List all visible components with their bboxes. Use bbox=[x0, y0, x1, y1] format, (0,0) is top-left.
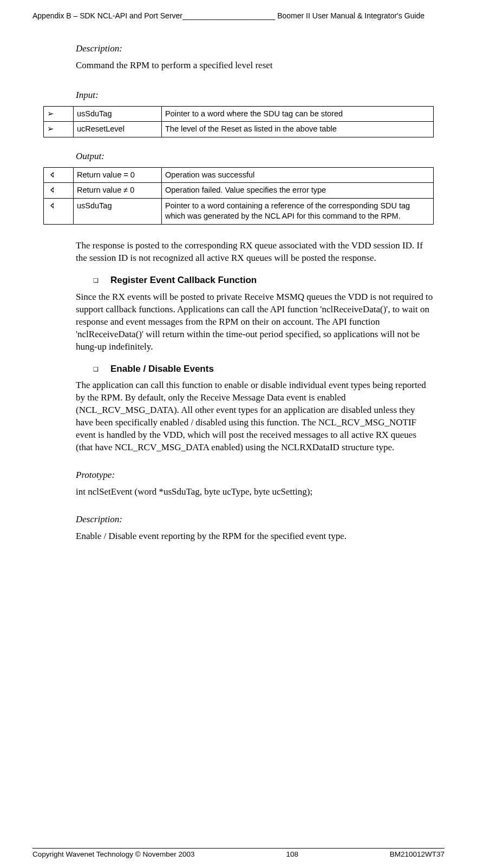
row-desc: Operation was successful bbox=[162, 167, 434, 183]
description2-label: Description: bbox=[76, 514, 434, 526]
input-table: ➢ usSduTag Pointer to a word where the S… bbox=[43, 106, 434, 137]
table-row: ➢ usSduTag Pointer to a word where the S… bbox=[44, 106, 434, 122]
subheading-register-callback: ❏ Register Event Callback Function bbox=[76, 274, 434, 287]
square-bullet-icon: ❏ bbox=[93, 277, 99, 285]
row-desc: The level of the Reset as listed in the … bbox=[162, 122, 434, 137]
row-symbol: 🢔 bbox=[44, 198, 74, 224]
row-desc: Operation failed. Value specifies the er… bbox=[162, 183, 434, 199]
row-name: usSduTag bbox=[74, 106, 162, 122]
page-footer: Copyright Wavenet Technology © November … bbox=[32, 848, 445, 859]
table-row: 🢔 usSduTag Pointer to a word containing … bbox=[44, 198, 434, 224]
footer-page-number: 108 bbox=[286, 850, 298, 859]
row-symbol: ➢ bbox=[44, 122, 74, 137]
table-row: ➢ ucResetLevel The level of the Reset as… bbox=[44, 122, 434, 137]
prototype-text: int nclSetEvent (word *usSduTag, byte uc… bbox=[76, 486, 434, 498]
subheading-title: Enable / Disable Events bbox=[110, 363, 214, 376]
row-desc: Pointer to a word where the SDU tag can … bbox=[162, 106, 434, 122]
output-table: 🢔 Return value = 0 Operation was success… bbox=[43, 167, 434, 225]
row-name: usSduTag bbox=[74, 198, 162, 224]
input-label: Input: bbox=[76, 89, 434, 102]
subheading-title: Register Event Callback Function bbox=[110, 274, 257, 287]
description2-text: Enable / Disable event reporting by the … bbox=[76, 530, 434, 543]
enable-disable-text: The application can call this function t… bbox=[76, 379, 434, 454]
table-row: 🢔 Return value ≠ 0 Operation failed. Val… bbox=[44, 183, 434, 199]
response-paragraph: The response is posted to the correspond… bbox=[76, 240, 434, 265]
row-symbol: 🢔 bbox=[44, 167, 74, 183]
row-name: Return value = 0 bbox=[74, 167, 162, 183]
row-name: Return value ≠ 0 bbox=[74, 183, 162, 199]
row-symbol: 🢔 bbox=[44, 183, 74, 199]
description-label: Description: bbox=[76, 43, 434, 55]
description-text: Command the RPM to perform a specified l… bbox=[76, 60, 434, 72]
table-row: 🢔 Return value = 0 Operation was success… bbox=[44, 167, 434, 183]
row-desc: Pointer to a word containing a reference… bbox=[162, 198, 434, 224]
square-bullet-icon: ❏ bbox=[93, 365, 99, 373]
subheading-enable-disable: ❏ Enable / Disable Events bbox=[76, 363, 434, 376]
page-header: Appendix B – SDK NCL-API and Port Server… bbox=[32, 11, 445, 21]
register-callback-text: Since the RX events will be posted to pr… bbox=[76, 291, 434, 353]
footer-left: Copyright Wavenet Technology © November … bbox=[32, 850, 195, 859]
output-label: Output: bbox=[76, 150, 434, 163]
row-name: ucResetLevel bbox=[74, 122, 162, 137]
prototype-label: Prototype: bbox=[76, 469, 434, 482]
footer-right: BM210012WT37 bbox=[390, 850, 445, 859]
row-symbol: ➢ bbox=[44, 106, 74, 122]
